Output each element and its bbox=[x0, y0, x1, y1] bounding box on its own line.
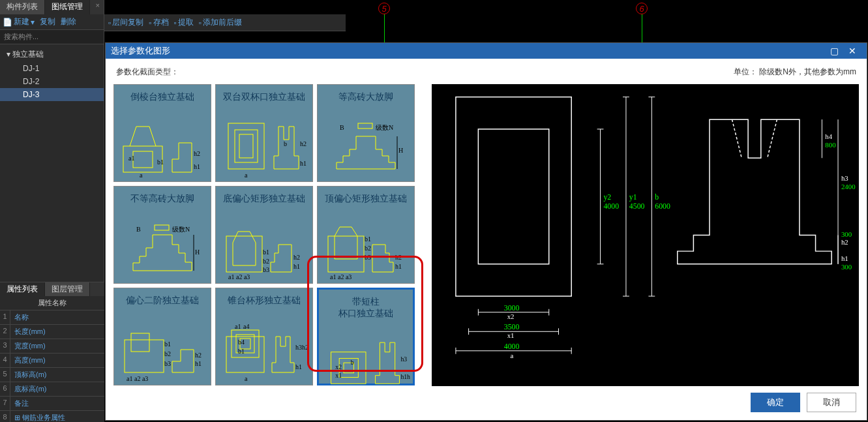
prop-row[interactable]: 1名称 bbox=[0, 310, 104, 325]
prop-row[interactable]: 3宽度(mm) bbox=[0, 339, 104, 354]
prop-row[interactable]: 8⊞ 钢筋业务属性 bbox=[0, 411, 104, 422]
prop-row[interactable]: 5顶标高(m) bbox=[0, 368, 104, 382]
svg-text:h4: h4 bbox=[825, 132, 832, 140]
svg-text:b3: b3 bbox=[164, 360, 171, 367]
template-t5[interactable]: 底偏心矩形独立基础a1 a2 a3b1b2b3h1h2 bbox=[215, 186, 313, 284]
svg-text:y2: y2 bbox=[603, 192, 611, 202]
template-t2[interactable]: 双台双杯口独立基础ah2h1b bbox=[215, 84, 313, 182]
svg-text:h2: h2 bbox=[195, 352, 202, 359]
svg-text:b4: b4 bbox=[238, 339, 245, 346]
section-type-label: 参数化截面类型： bbox=[116, 67, 179, 78]
svg-text:3000: 3000 bbox=[504, 303, 520, 312]
axis-marker-5: 5 bbox=[378, 3, 390, 14]
svg-text:b1: b1 bbox=[263, 249, 269, 256]
svg-text:300: 300 bbox=[841, 230, 852, 238]
svg-text:b2: b2 bbox=[365, 245, 371, 252]
tab-prop-list[interactable]: 属性列表 bbox=[0, 282, 45, 296]
template-label: 锥台杯形独立基础 bbox=[228, 295, 301, 307]
svg-text:B: B bbox=[136, 226, 141, 233]
component-tree: ▾ 独立基础 DJ-1DJ-2DJ-3 bbox=[0, 44, 104, 104]
svg-text:a1 a2 a3: a1 a2 a3 bbox=[228, 273, 250, 280]
svg-text:x2: x2 bbox=[507, 312, 515, 320]
svg-text:级数N: 级数N bbox=[172, 226, 190, 233]
svg-rect-24 bbox=[226, 236, 262, 272]
prop-row[interactable]: 4高度(mm) bbox=[0, 354, 104, 368]
axis-marker-6: 6 bbox=[636, 3, 648, 14]
copy-button[interactable]: 复制 bbox=[40, 16, 55, 27]
tree-root[interactable]: ▾ 独立基础 bbox=[0, 47, 104, 62]
svg-text:6000: 6000 bbox=[655, 202, 670, 211]
svg-text:h3h2: h3h2 bbox=[295, 344, 308, 351]
svg-text:800: 800 bbox=[825, 141, 835, 149]
prop-row[interactable]: 6底标高(m) bbox=[0, 382, 104, 397]
tab-layer-mgmt[interactable]: 图层管理 bbox=[45, 282, 90, 296]
template-t8[interactable]: 锥台杯形独立基础ah3h2h1a1a4b4b1 bbox=[215, 288, 313, 385]
svg-text:3500: 3500 bbox=[504, 322, 520, 331]
svg-rect-9 bbox=[239, 134, 253, 158]
template-t3[interactable]: 等高砖大放脚B级数NH bbox=[317, 84, 415, 182]
cad-canvas[interactable]: 5 6 bbox=[346, 0, 868, 42]
svg-text:a: a bbox=[140, 172, 143, 179]
svg-rect-19 bbox=[155, 225, 169, 230]
template-t9[interactable]: 带短柱杯口独立基础ax2x1bh3h1h2 bbox=[317, 288, 415, 385]
svg-rect-14 bbox=[358, 123, 372, 128]
layer-copy-button[interactable]: ▫ 层间复制 bbox=[108, 17, 143, 28]
prop-row[interactable]: 2长度(mm) bbox=[0, 325, 104, 339]
dialog-title: 选择参数化图形 bbox=[111, 45, 825, 57]
svg-text:h2: h2 bbox=[395, 254, 402, 261]
panel-close-icon[interactable]: × bbox=[92, 0, 104, 14]
svg-text:a1: a1 bbox=[235, 323, 241, 330]
svg-text:2400: 2400 bbox=[841, 183, 856, 190]
extract-button[interactable]: ▫ 提取 bbox=[174, 17, 194, 28]
template-label: 底偏心矩形独立基础 bbox=[223, 193, 305, 205]
svg-text:b: b bbox=[655, 192, 659, 202]
svg-text:h1: h1 bbox=[295, 363, 302, 370]
svg-text:b1: b1 bbox=[157, 158, 164, 166]
svg-text:a: a bbox=[511, 352, 514, 359]
search-input[interactable]: 搜索构件... bbox=[0, 30, 104, 44]
archive-button[interactable]: ▫ 存档 bbox=[149, 17, 168, 28]
svg-rect-66 bbox=[456, 97, 571, 296]
svg-text:h2: h2 bbox=[293, 254, 300, 261]
svg-text:h1: h1 bbox=[293, 263, 300, 270]
svg-text:300: 300 bbox=[841, 263, 852, 271]
template-label: 不等高砖大放脚 bbox=[130, 193, 194, 205]
svg-text:h3: h3 bbox=[841, 174, 848, 182]
dialog-close-icon[interactable]: ✕ bbox=[843, 46, 861, 56]
svg-rect-38 bbox=[125, 340, 164, 372]
svg-rect-1 bbox=[133, 151, 153, 168]
svg-text:h1: h1 bbox=[841, 254, 848, 262]
template-label: 倒棱台独立基础 bbox=[130, 91, 194, 103]
tab-component-list[interactable]: 构件列表 bbox=[0, 0, 45, 14]
tree-item-DJ-3[interactable]: DJ-3 bbox=[0, 88, 104, 101]
template-t4[interactable]: 不等高砖大放脚B级数NH bbox=[113, 186, 211, 284]
extended-toolbar: ▫ 层间复制 ▫ 存档 ▫ 提取 ▫ 添加前后缀 bbox=[104, 14, 346, 31]
template-label: 顶偏心矩形独立基础 bbox=[325, 193, 407, 205]
svg-text:b1: b1 bbox=[238, 348, 245, 355]
dialog-maximize-icon[interactable]: ▢ bbox=[825, 46, 843, 56]
cancel-button[interactable]: 取消 bbox=[807, 393, 856, 412]
svg-text:y1: y1 bbox=[629, 192, 637, 202]
template-t6[interactable]: 顶偏心矩形独立基础a1 a2 a3b1b2b3h1h2 bbox=[317, 186, 415, 284]
ok-button[interactable]: 确定 bbox=[751, 393, 800, 412]
prop-row[interactable]: 7备注 bbox=[0, 397, 104, 411]
delete-button[interactable]: 删除 bbox=[61, 16, 76, 27]
svg-text:a1: a1 bbox=[128, 155, 134, 162]
svg-text:h1h2: h1h2 bbox=[400, 373, 410, 380]
svg-text:4000: 4000 bbox=[504, 342, 520, 351]
template-t1[interactable]: 倒棱台独立基础ab1a1h1h2 bbox=[113, 84, 211, 182]
tree-item-DJ-2[interactable]: DJ-2 bbox=[0, 75, 104, 88]
add-prefix-button[interactable]: ▫ 添加前后缀 bbox=[199, 17, 242, 28]
svg-text:H: H bbox=[398, 147, 403, 154]
svg-rect-67 bbox=[478, 129, 548, 264]
tree-item-DJ-1[interactable]: DJ-1 bbox=[0, 62, 104, 75]
svg-text:h2: h2 bbox=[194, 150, 200, 157]
tab-drawing-mgmt[interactable]: 图纸管理 bbox=[45, 0, 90, 14]
svg-rect-47 bbox=[232, 330, 259, 357]
svg-rect-46 bbox=[226, 337, 264, 372]
svg-text:x1: x1 bbox=[335, 372, 342, 379]
parametric-dialog: 选择参数化图形 ▢ ✕ 参数化截面类型： 单位： 除级数N外，其他参数为mm 倒… bbox=[105, 42, 867, 421]
template-t7[interactable]: 偏心二阶独立基础a1 a2 a3b1b2b3h1h2 bbox=[113, 288, 211, 385]
new-button[interactable]: 📄 新建 ▾ bbox=[3, 16, 35, 27]
template-label: 双台双杯口独立基础 bbox=[223, 91, 305, 103]
